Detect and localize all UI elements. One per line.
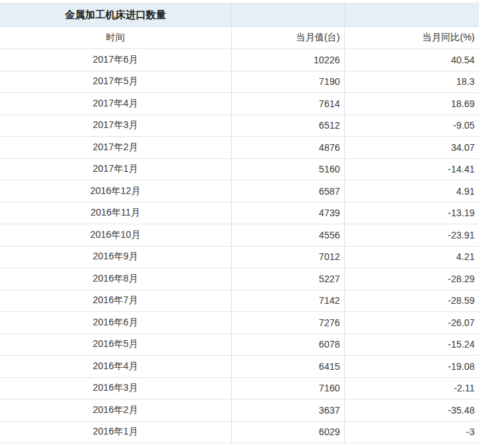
yoy-cell: 18.3	[344, 71, 479, 93]
time-cell: 2016年6月	[0, 312, 231, 334]
value-cell: 6029	[231, 421, 344, 443]
yoy-cell: -35.48	[344, 399, 479, 422]
yoy-cell: 18.69	[344, 93, 479, 115]
table-row: 2017年5月719018.3	[0, 71, 479, 93]
value-cell: 4739	[231, 202, 344, 224]
column-header-yoy: 当月同比(%)	[344, 27, 479, 49]
time-cell: 2016年7月	[0, 290, 231, 312]
table-title-row: 金属加工机床进口数量	[0, 3, 479, 27]
table-row: 2016年4月6415-19.08	[0, 356, 479, 378]
time-cell: 2016年1月	[0, 421, 231, 443]
value-cell: 3637	[231, 399, 344, 422]
time-cell: 2016年10月	[0, 224, 231, 247]
title-spacer-cell	[231, 3, 344, 27]
table-row: 2017年6月1022640.54	[0, 49, 479, 71]
table-row: 2016年11月4739-13.19	[0, 202, 479, 224]
table-row: 2017年3月6512-9.05	[0, 115, 479, 137]
value-cell: 6512	[231, 115, 344, 137]
table-row: 2017年2月487634.07	[0, 137, 479, 159]
time-cell: 2016年8月	[0, 268, 231, 290]
column-header-time: 时间	[0, 27, 231, 49]
time-cell: 2016年9月	[0, 246, 231, 268]
yoy-cell: -19.08	[344, 356, 479, 378]
value-cell: 6078	[231, 333, 344, 356]
value-cell: 7142	[231, 290, 344, 312]
yoy-cell: -28.59	[344, 290, 479, 312]
table-row: 2017年1月5160-14.41	[0, 158, 479, 181]
import-quantity-table: 金属加工机床进口数量 时间 当月值(台) 当月同比(%) 2017年6月1022…	[0, 3, 479, 443]
value-cell: 4556	[231, 224, 344, 247]
yoy-cell: -14.41	[344, 158, 479, 181]
table-row: 2016年6月7276-26.07	[0, 312, 479, 334]
value-cell: 7276	[231, 312, 344, 334]
table-row: 2016年9月70124.21	[0, 246, 479, 268]
value-cell: 7012	[231, 246, 344, 268]
table-row: 2016年1月6029-3	[0, 421, 479, 443]
yoy-cell: -23.91	[344, 224, 479, 247]
yoy-cell: -15.24	[344, 333, 479, 356]
table-row: 2016年10月4556-23.91	[0, 224, 479, 247]
value-cell: 7614	[231, 93, 344, 115]
time-cell: 2016年12月	[0, 181, 231, 203]
table-title: 金属加工机床进口数量	[0, 3, 231, 27]
table-header-row: 时间 当月值(台) 当月同比(%)	[0, 27, 479, 49]
table-row: 2016年7月7142-28.59	[0, 290, 479, 312]
table-row: 2016年5月6078-15.24	[0, 333, 479, 356]
table-row: 2016年8月5227-28.29	[0, 268, 479, 290]
time-cell: 2017年1月	[0, 158, 231, 181]
time-cell: 2017年2月	[0, 137, 231, 159]
title-spacer-cell	[344, 3, 479, 27]
time-cell: 2017年3月	[0, 115, 231, 137]
yoy-cell: -2.11	[344, 377, 479, 399]
table-row: 2017年4月761418.69	[0, 93, 479, 115]
value-cell: 4876	[231, 137, 344, 159]
yoy-cell: 4.91	[344, 181, 479, 203]
column-header-value: 当月值(台)	[231, 27, 344, 49]
value-cell: 10226	[231, 49, 344, 71]
table-row: 2016年12月65874.91	[0, 181, 479, 203]
time-cell: 2016年5月	[0, 333, 231, 356]
time-cell: 2016年2月	[0, 399, 231, 422]
value-cell: 6415	[231, 356, 344, 378]
table-row: 2016年3月7160-2.11	[0, 377, 479, 399]
yoy-cell: 40.54	[344, 49, 479, 71]
value-cell: 7190	[231, 71, 344, 93]
table-body: 2017年6月1022640.542017年5月719018.32017年4月7…	[0, 49, 479, 443]
time-cell: 2016年4月	[0, 356, 231, 378]
value-cell: 6587	[231, 181, 344, 203]
table-row: 2016年2月3637-35.48	[0, 399, 479, 422]
time-cell: 2016年3月	[0, 377, 231, 399]
yoy-cell: -26.07	[344, 312, 479, 334]
yoy-cell: -13.19	[344, 202, 479, 224]
value-cell: 5227	[231, 268, 344, 290]
time-cell: 2017年6月	[0, 49, 231, 71]
yoy-cell: -28.29	[344, 268, 479, 290]
time-cell: 2017年4月	[0, 93, 231, 115]
page: 金属加工机床进口数量 时间 当月值(台) 当月同比(%) 2017年6月1022…	[0, 0, 479, 448]
yoy-cell: 34.07	[344, 137, 479, 159]
value-cell: 5160	[231, 158, 344, 181]
value-cell: 7160	[231, 377, 344, 399]
yoy-cell: -3	[344, 421, 479, 443]
time-cell: 2016年11月	[0, 202, 231, 224]
yoy-cell: -9.05	[344, 115, 479, 137]
yoy-cell: 4.21	[344, 246, 479, 268]
time-cell: 2017年5月	[0, 71, 231, 93]
